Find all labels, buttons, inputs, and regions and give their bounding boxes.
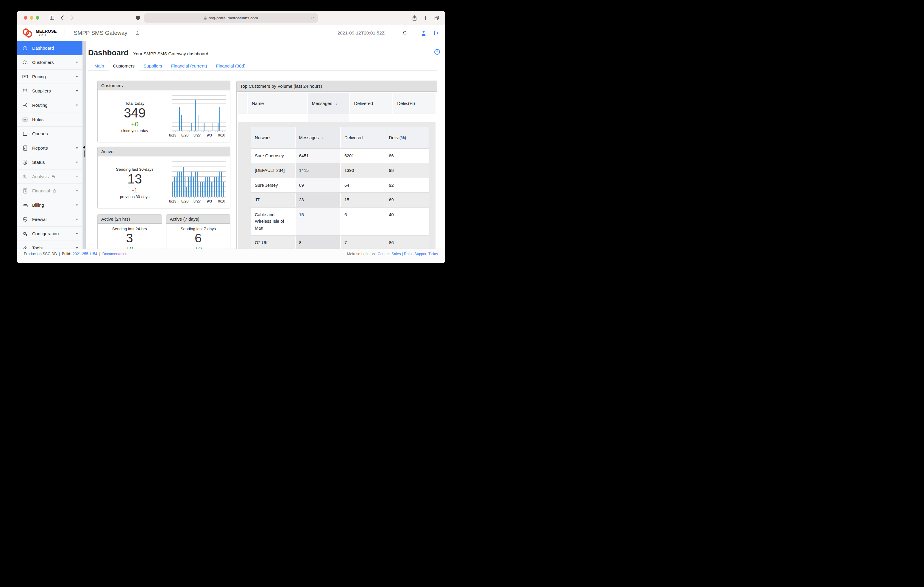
outer-header-name[interactable]: Name bbox=[247, 93, 307, 113]
chart-bar bbox=[213, 182, 213, 197]
sidebar-item-label: Financial bbox=[32, 188, 50, 193]
column-header-network[interactable]: Network bbox=[251, 127, 295, 148]
share-icon[interactable] bbox=[412, 15, 417, 21]
column-header-delivered[interactable]: Delivered bbox=[340, 127, 385, 148]
documentation-link[interactable]: Documentation bbox=[102, 252, 127, 263]
logout-icon[interactable] bbox=[434, 30, 439, 36]
column-header-messages[interactable]: Messages↓ bbox=[295, 127, 340, 148]
logo-mark bbox=[22, 28, 33, 38]
stat-delta: +0 bbox=[195, 245, 202, 248]
sidebar-toggle-icon[interactable] bbox=[49, 15, 55, 21]
chart-bar bbox=[185, 177, 185, 197]
tab-financial-30d[interactable]: Financial (30d) bbox=[211, 61, 250, 71]
sidebar-item-queues[interactable]: Queues bbox=[16, 127, 82, 141]
chart-bar bbox=[193, 177, 194, 197]
close-window-button[interactable] bbox=[24, 16, 27, 20]
chevron-down-icon: ▼ bbox=[76, 247, 78, 249]
column-header-deliv[interactable]: Deliv.(%) bbox=[384, 127, 429, 148]
sort-desc-arrow-icon: ↓ bbox=[322, 135, 324, 140]
table-row[interactable]: O2 UK8786 bbox=[251, 235, 429, 248]
chevron-down-icon: ▼ bbox=[76, 204, 78, 207]
tab-customers[interactable]: Customers bbox=[109, 61, 139, 71]
chart-bar bbox=[172, 182, 173, 197]
sidebar-item-dashboard[interactable]: Dashboard bbox=[16, 41, 82, 55]
chevron-down-icon: ▼ bbox=[76, 218, 78, 221]
sidebar-item-customers[interactable]: Customers▼ bbox=[16, 55, 82, 69]
cell-delivered: 15 bbox=[340, 193, 385, 207]
cell-deliv-pct: 98 bbox=[384, 163, 429, 178]
outer-empty-cell bbox=[238, 114, 247, 122]
customers-new-chart: 8/138/208/279/39/10 bbox=[172, 96, 226, 143]
zoom-window-button[interactable] bbox=[36, 16, 39, 20]
sidebar-item-reports[interactable]: Reports▼ bbox=[16, 141, 82, 155]
chevron-down-icon: ▼ bbox=[76, 161, 78, 164]
header-label: Delivered bbox=[345, 135, 363, 140]
minimize-window-button[interactable] bbox=[30, 16, 33, 20]
sidebar-item-routing[interactable]: Routing▼ bbox=[16, 98, 82, 112]
cell-delivered: 1390 bbox=[340, 163, 385, 178]
sidebar-item-billing[interactable]: Billing▼ bbox=[16, 198, 82, 212]
chart-bar bbox=[177, 172, 178, 197]
x-tick-label: 8/27 bbox=[193, 199, 201, 203]
footer-brand: Melrose Labs bbox=[347, 252, 370, 256]
stat-note: previous 30-days bbox=[120, 194, 149, 199]
back-icon[interactable] bbox=[60, 15, 64, 21]
outer-header-delivered[interactable]: Delivered bbox=[349, 93, 392, 113]
sidebar-item-configuration[interactable]: Configuration▼ bbox=[16, 227, 82, 241]
sidebar-item-label: Reports bbox=[32, 145, 48, 150]
browser-chrome: ssg-portal.melroselabs.com bbox=[16, 11, 446, 25]
notifications-bell-icon[interactable] bbox=[402, 30, 408, 36]
network-table: NetworkMessages↓DeliveredDeliv.(%)Sure G… bbox=[251, 127, 429, 248]
sidebar-item-analysis[interactable]: Analysis▼ bbox=[16, 169, 82, 184]
outer-header-messages[interactable]: Messages↓ bbox=[307, 93, 350, 113]
sidebar-item-tools[interactable]: Tools▼ bbox=[16, 241, 82, 248]
chart-bar bbox=[202, 182, 203, 197]
outer-header-deliv[interactable]: Deliv.(%) bbox=[392, 93, 436, 113]
raise-ticket-link[interactable]: Raise Support Ticket bbox=[404, 252, 438, 256]
chevron-down-icon: ▼ bbox=[76, 232, 78, 235]
reload-icon[interactable] bbox=[311, 16, 315, 20]
window-controls bbox=[24, 16, 39, 20]
new-tab-icon[interactable] bbox=[423, 15, 428, 21]
sidebar-scrollbar-thumb[interactable] bbox=[84, 150, 84, 157]
header-divider-2 bbox=[414, 28, 414, 38]
chart-bar bbox=[191, 123, 192, 130]
table-row[interactable]: [DEFAULT 234]1415139098 bbox=[251, 163, 429, 178]
stats-column: Customers Total today 349 +0 since yeste… bbox=[97, 81, 230, 248]
url-bar[interactable]: ssg-portal.melroselabs.com bbox=[144, 13, 318, 23]
help-icon[interactable]: ? bbox=[434, 49, 440, 55]
melrose-labs-logo[interactable]: MELROSE LABS bbox=[22, 28, 57, 38]
header-label: Name bbox=[252, 101, 264, 106]
sidebar-item-status[interactable]: Status▼ bbox=[16, 155, 82, 169]
tab-main[interactable]: Main bbox=[90, 61, 109, 71]
sidebar-collapse-strip[interactable] bbox=[83, 41, 86, 248]
privacy-shield-icon[interactable] bbox=[136, 15, 140, 21]
tab-suppliers[interactable]: Suppliers bbox=[139, 61, 167, 71]
outer-table-empty-row bbox=[238, 113, 436, 122]
contact-sales-link[interactable]: Contact Sales bbox=[378, 252, 401, 256]
sidebar-item-pricing[interactable]: Pricing▼ bbox=[16, 69, 82, 84]
table-row[interactable]: Sure Guernsey6451620186 bbox=[251, 148, 429, 163]
tab-overview-icon[interactable] bbox=[434, 15, 439, 21]
sidebar-item-firewall[interactable]: Firewall▼ bbox=[16, 212, 82, 227]
footer-links: Contact Sales | Raise Support Ticket bbox=[378, 252, 438, 256]
chart-bar bbox=[223, 182, 224, 197]
tab-financial-current[interactable]: Financial (current) bbox=[167, 61, 212, 71]
chevron-down-icon: ▼ bbox=[76, 61, 78, 64]
chart-bar bbox=[181, 115, 182, 130]
sidebar-item-financial[interactable]: Financial▼ bbox=[16, 184, 82, 198]
sidebar-item-suppliers[interactable]: Suppliers▼ bbox=[16, 84, 82, 98]
chart-bar bbox=[198, 182, 200, 197]
sidebar-item-rules[interactable]: Rules bbox=[16, 112, 82, 127]
forward-icon[interactable] bbox=[71, 15, 74, 21]
active-card: Active Sending last 30-days 13 -1 previo… bbox=[97, 146, 230, 209]
user-profile-icon[interactable] bbox=[421, 30, 426, 36]
build-number-link[interactable]: 2021.255.1154 bbox=[73, 252, 97, 263]
stat-label: Total today bbox=[125, 101, 144, 105]
sidebar-item-label: Customers bbox=[32, 60, 54, 65]
table-row[interactable]: Cable and Wireless Isle of Man15640 bbox=[251, 207, 429, 235]
table-row[interactable]: Sure Jersey696492 bbox=[251, 178, 429, 192]
table-row[interactable]: JT231569 bbox=[251, 192, 429, 207]
chart-bar bbox=[218, 123, 218, 130]
chevron-down-icon: ▼ bbox=[76, 146, 78, 150]
